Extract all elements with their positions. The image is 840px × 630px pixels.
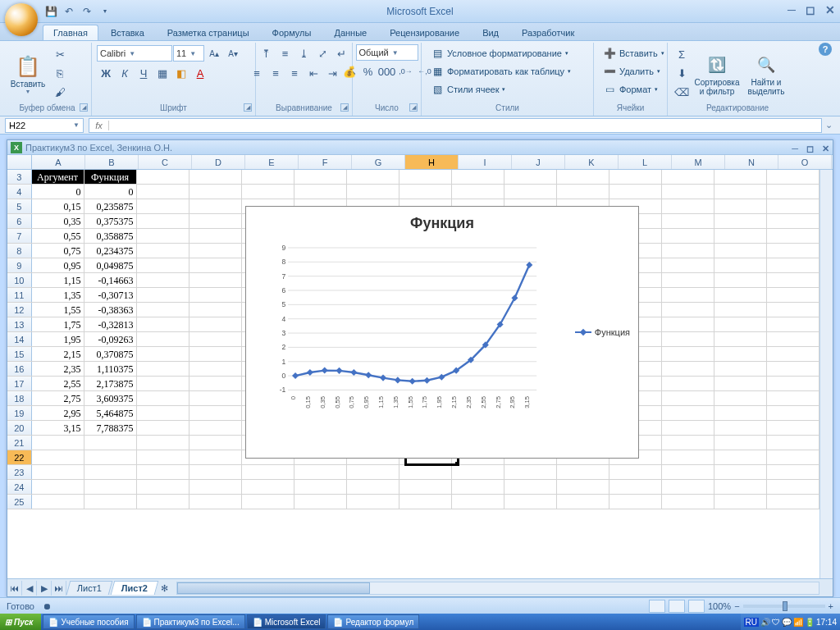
- cell[interactable]: [767, 229, 819, 243]
- cell[interactable]: [767, 332, 819, 346]
- cell[interactable]: [557, 480, 609, 494]
- cell[interactable]: [294, 480, 347, 494]
- row-header[interactable]: 8: [7, 244, 32, 258]
- cell[interactable]: -0,09263: [84, 332, 137, 346]
- taskbar-item[interactable]: 📄Практикум3 по Excel...: [136, 614, 245, 629]
- cell[interactable]: 2,35: [32, 362, 84, 376]
- sort-filter-button[interactable]: 🔃 Сортировка и фильтр: [694, 47, 740, 101]
- cell[interactable]: 1,95: [32, 332, 84, 346]
- minimize-icon[interactable]: ─: [788, 3, 796, 16]
- wb-restore-icon[interactable]: ◻: [806, 141, 814, 156]
- cell[interactable]: [137, 347, 189, 361]
- cell[interactable]: [662, 273, 714, 287]
- cell[interactable]: [662, 450, 714, 464]
- cell[interactable]: [609, 465, 662, 479]
- cell[interactable]: [137, 480, 189, 494]
- cell[interactable]: -0,30713: [84, 288, 137, 302]
- cell[interactable]: [452, 480, 504, 494]
- tray-icon[interactable]: 🔋: [805, 618, 815, 627]
- cell[interactable]: [504, 185, 557, 199]
- cell[interactable]: [504, 465, 557, 479]
- name-box[interactable]: H22▼: [5, 118, 84, 133]
- zoom-out-icon[interactable]: −: [734, 601, 739, 611]
- tab-разработчик[interactable]: Разработчик: [511, 25, 585, 40]
- align-launcher-icon[interactable]: ◢: [340, 103, 349, 112]
- cell[interactable]: [189, 214, 242, 228]
- decrease-indent-icon[interactable]: ⇤: [304, 64, 322, 82]
- cell[interactable]: [767, 273, 819, 287]
- cell-styles-button[interactable]: ▧Стили ячеек▾: [427, 80, 509, 98]
- cell[interactable]: [557, 465, 609, 479]
- cell[interactable]: 1,75: [32, 317, 84, 331]
- cell[interactable]: [767, 450, 819, 464]
- cell[interactable]: [452, 465, 504, 479]
- cell[interactable]: [714, 244, 767, 258]
- column-header[interactable]: H: [405, 155, 459, 169]
- cell[interactable]: 1,15: [32, 273, 84, 287]
- cell[interactable]: [294, 185, 347, 199]
- column-header[interactable]: N: [725, 155, 778, 169]
- prev-sheet-icon[interactable]: ◀: [22, 581, 37, 596]
- cell[interactable]: 1,35: [32, 288, 84, 302]
- row-header[interactable]: 3: [7, 170, 32, 184]
- cell[interactable]: [714, 303, 767, 317]
- column-header[interactable]: D: [192, 155, 245, 169]
- row-header[interactable]: 24: [7, 480, 32, 494]
- cell[interactable]: -0,38363: [84, 303, 137, 317]
- tab-разметка страницы[interactable]: Разметка страницы: [157, 25, 260, 40]
- cell[interactable]: [189, 258, 242, 272]
- cell[interactable]: [137, 214, 189, 228]
- cell[interactable]: [767, 347, 819, 361]
- column-header[interactable]: A: [32, 155, 85, 169]
- column-header[interactable]: O: [778, 155, 832, 169]
- cell[interactable]: [609, 495, 662, 509]
- cell[interactable]: [767, 421, 819, 435]
- cell[interactable]: [452, 170, 504, 184]
- cell[interactable]: [662, 391, 714, 405]
- cell[interactable]: [189, 347, 242, 361]
- tray-icon[interactable]: 🛡: [772, 618, 780, 627]
- cell[interactable]: [137, 258, 189, 272]
- cell[interactable]: [137, 465, 189, 479]
- cell[interactable]: [84, 450, 137, 464]
- cell[interactable]: [189, 362, 242, 376]
- cell[interactable]: 7,788375: [84, 421, 137, 435]
- cell[interactable]: 0,370875: [84, 347, 137, 361]
- cell[interactable]: [767, 406, 819, 420]
- tray-icon[interactable]: 🔊: [760, 618, 770, 627]
- cell[interactable]: [137, 199, 189, 213]
- copy-icon[interactable]: ⎘: [51, 65, 69, 83]
- zoom-in-icon[interactable]: +: [829, 601, 833, 611]
- column-header[interactable]: B: [85, 155, 139, 169]
- cell[interactable]: [609, 170, 662, 184]
- cell[interactable]: [767, 258, 819, 272]
- cell[interactable]: [767, 288, 819, 302]
- cell[interactable]: [189, 480, 242, 494]
- number-launcher-icon[interactable]: ◢: [409, 103, 418, 112]
- zoom-level[interactable]: 100%: [708, 601, 731, 611]
- column-header[interactable]: L: [619, 155, 672, 169]
- cell[interactable]: 0: [32, 185, 84, 199]
- cell[interactable]: [399, 495, 452, 509]
- page-layout-view-icon[interactable]: [669, 600, 685, 613]
- cell[interactable]: [767, 185, 819, 199]
- fx-icon[interactable]: fx: [89, 121, 109, 130]
- cell[interactable]: [662, 480, 714, 494]
- border-icon[interactable]: ▦: [153, 64, 171, 82]
- cell[interactable]: [767, 199, 819, 213]
- cell[interactable]: [294, 465, 347, 479]
- cell[interactable]: [189, 406, 242, 420]
- paste-button[interactable]: 📋 Вставить ▼: [8, 47, 48, 101]
- row-header[interactable]: 9: [7, 258, 32, 272]
- new-sheet-icon[interactable]: ✻: [157, 581, 171, 596]
- cell[interactable]: [84, 495, 137, 509]
- cell[interactable]: [137, 229, 189, 243]
- cell[interactable]: [714, 362, 767, 376]
- row-header[interactable]: 22: [7, 450, 32, 464]
- cell[interactable]: [189, 170, 242, 184]
- cell[interactable]: 5,464875: [84, 406, 137, 420]
- cell[interactable]: 0,358875: [84, 229, 137, 243]
- tab-формулы[interactable]: Формулы: [262, 25, 322, 40]
- restore-icon[interactable]: ◻: [806, 3, 815, 16]
- select-all-corner[interactable]: [7, 155, 32, 169]
